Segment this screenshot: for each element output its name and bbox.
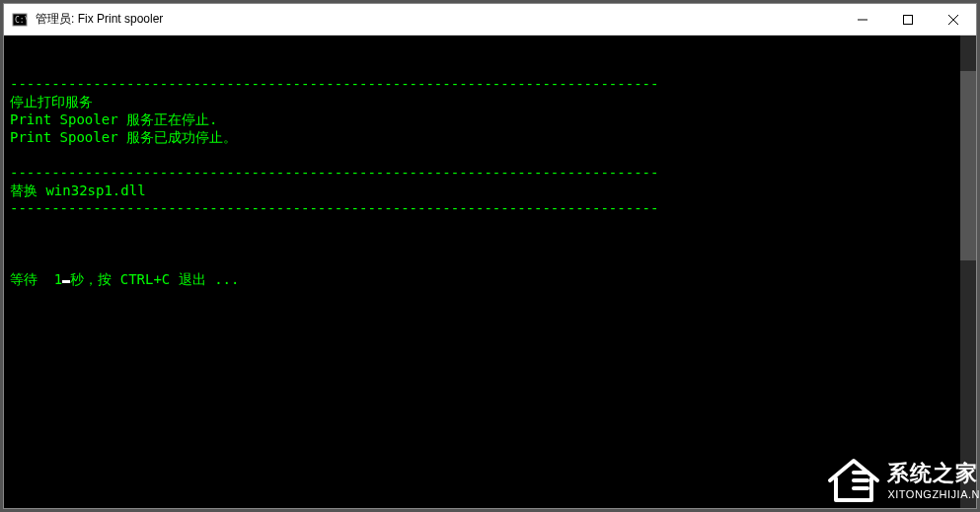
terminal-line	[10, 217, 970, 235]
close-button[interactable]	[931, 4, 976, 35]
terminal-line: ----------------------------------------…	[10, 199, 970, 217]
cmd-icon: C:\	[12, 12, 28, 28]
console-window: C:\ 管理员: Fix Print spooler -------------…	[3, 3, 977, 509]
minimize-button[interactable]	[840, 4, 885, 35]
svg-rect-3	[904, 15, 913, 24]
titlebar[interactable]: C:\ 管理员: Fix Print spooler	[4, 4, 976, 36]
scrollbar-thumb[interactable]	[960, 71, 976, 260]
terminal-line: 替换 win32sp1.dll	[10, 182, 970, 199]
terminal-cursor-line: 等待 1秒，按 CTRL+C 退出 ...	[10, 270, 970, 288]
window-title: 管理员: Fix Print spooler	[36, 11, 840, 28]
terminal-line: 停止打印服务	[10, 93, 970, 110]
terminal-line	[10, 146, 970, 164]
terminal-line: ----------------------------------------…	[10, 164, 970, 182]
terminal-line: Print Spooler 服务正在停止.	[10, 110, 970, 128]
maximize-button[interactable]	[885, 4, 931, 35]
vertical-scrollbar[interactable]	[960, 36, 976, 508]
terminal-line: ----------------------------------------…	[10, 75, 970, 93]
svg-text:C:\: C:\	[15, 16, 28, 25]
terminal-line: Print Spooler 服务已成功停止。	[10, 128, 970, 146]
terminal-body[interactable]: ----------------------------------------…	[4, 36, 976, 508]
